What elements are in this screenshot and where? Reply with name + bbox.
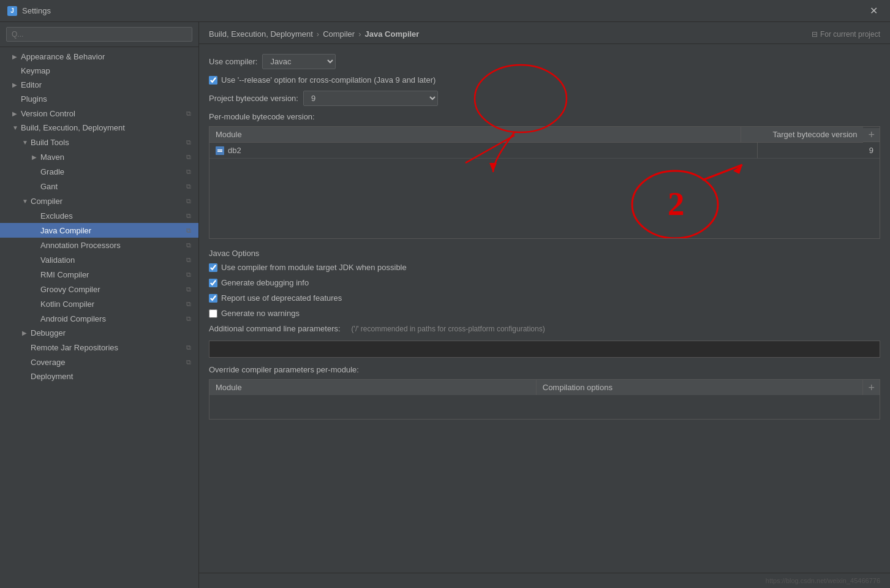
- title-bar: J Settings ✕: [0, 0, 890, 22]
- sidebar-item-appearance[interactable]: ▶ Appearance & Behavior: [0, 50, 198, 64]
- use-compiler-jdk-checkbox[interactable]: [209, 263, 217, 272]
- compiler-select[interactable]: Javac Eclipse Ajc: [262, 54, 336, 69]
- settings-window: J Settings ✕ ▶ Appearance & Behavior Key…: [0, 0, 890, 588]
- arrow-icon: ▶: [12, 110, 21, 117]
- sidebar-item-compiler[interactable]: ▼ Compiler ⧉: [0, 194, 198, 208]
- override-table: Module Compilation options +: [209, 379, 880, 420]
- svg-text:2: 2: [668, 185, 685, 222]
- sidebar-item-label: Version Control: [21, 109, 184, 118]
- copy-icon: ⧉: [184, 284, 194, 294]
- right-panel: Build, Execution, Deployment › Compiler …: [199, 22, 890, 588]
- release-option-label: Use '--release' option for cross-compila…: [221, 75, 436, 85]
- copy-icon: ⧉: [184, 181, 194, 191]
- sidebar-item-coverage[interactable]: Coverage ⧉: [0, 355, 198, 369]
- breadcrumb-part2: Compiler: [323, 29, 355, 39]
- bytecode-version-select[interactable]: 9 8 11: [303, 91, 438, 106]
- table-cell-module: db2: [209, 143, 757, 158]
- app-icon: J: [7, 6, 17, 16]
- copy-icon: ⧉: [184, 299, 194, 309]
- copy-icon: ⧉: [184, 196, 194, 206]
- sidebar-item-label: Annotation Processors: [40, 241, 184, 250]
- sidebar-item-remote-jar[interactable]: Remote Jar Repositories ⧉: [0, 340, 198, 355]
- override-header-options: Compilation options: [536, 380, 863, 395]
- sidebar-item-label: RMI Compiler: [40, 270, 184, 279]
- sidebar-item-debugger[interactable]: ▶ Debugger: [0, 326, 198, 340]
- sidebar-item-label: Validation: [40, 255, 184, 265]
- sidebar-item-label: Android Compilers: [40, 314, 184, 323]
- bottom-url: https://blog.csdn.net/weixin_45466776: [766, 577, 880, 584]
- sidebar-item-build-execution[interactable]: ▼ Build, Execution, Deployment: [0, 121, 198, 135]
- javac-options-title: Javac Options: [209, 249, 880, 258]
- right-panel-wrapper: Build, Execution, Deployment › Compiler …: [199, 22, 890, 588]
- copy-icon: ⧉: [184, 225, 194, 235]
- override-table-body: [209, 395, 880, 420]
- add-override-button[interactable]: +: [865, 382, 877, 393]
- no-warnings-label: Generate no warnings: [221, 309, 300, 318]
- release-option-row: Use '--release' option for cross-compila…: [209, 75, 880, 85]
- window-title: Settings: [22, 6, 51, 15]
- sidebar-item-label: Gant: [40, 182, 184, 191]
- sidebar-item-label: Java Compiler: [40, 226, 184, 235]
- sidebar-item-deployment[interactable]: Deployment: [0, 369, 198, 383]
- sidebar-item-editor[interactable]: ▶ Editor: [0, 78, 198, 92]
- sidebar-item-java-compiler[interactable]: Java Compiler ⧉: [0, 223, 198, 238]
- arrow-icon: ▶: [12, 81, 21, 88]
- deprecated-row: Report use of deprecated features: [209, 293, 880, 303]
- sidebar-item-label: Build Tools: [31, 138, 184, 147]
- sidebar-item-annotation-processors[interactable]: Annotation Processors ⧉: [0, 238, 198, 252]
- breadcrumb-part3: Java Compiler: [365, 29, 420, 39]
- sidebar-item-android-compilers[interactable]: Android Compilers ⧉: [0, 311, 198, 326]
- add-module-button[interactable]: +: [865, 129, 877, 140]
- release-option-checkbox[interactable]: [209, 76, 217, 85]
- sidebar-item-kotlin-compiler[interactable]: Kotlin Compiler ⧉: [0, 296, 198, 311]
- copy-icon: ⧉: [184, 270, 194, 279]
- copy-icon: ⧉: [184, 342, 194, 352]
- sidebar-item-label: Editor: [21, 80, 194, 89]
- arrow-icon: ▶: [22, 330, 31, 336]
- bytecode-version-label: Project bytecode version:: [209, 94, 298, 103]
- use-compiler-row: Use compiler: Javac Eclipse Ajc: [209, 54, 880, 69]
- override-table-header: Module Compilation options: [209, 379, 863, 395]
- sidebar-item-gant[interactable]: Gant ⧉: [0, 179, 198, 194]
- panel-content: Use compiler: Javac Eclipse Ajc Use '--r…: [199, 44, 890, 573]
- use-compiler-jdk-label: Use compiler from module target JDK when…: [221, 263, 407, 272]
- sidebar-item-keymap[interactable]: Keymap: [0, 64, 198, 78]
- copy-icon: ⧉: [184, 240, 194, 250]
- for-current-project: ⊟ For current project: [812, 30, 880, 39]
- sidebar-item-version-control[interactable]: ▶ Version Control ⧉: [0, 106, 198, 121]
- table-row: db2 9: [209, 143, 880, 159]
- cmd-params-label: Additional command line parameters:: [209, 324, 341, 333]
- javac-options-section: Javac Options Use compiler from module t…: [209, 249, 880, 420]
- deprecated-checkbox[interactable]: [209, 294, 217, 303]
- table-header-module: Module: [209, 127, 741, 142]
- use-compiler-label: Use compiler:: [209, 57, 257, 66]
- no-warnings-row: Generate no warnings: [209, 309, 880, 318]
- sidebar-item-plugins[interactable]: Plugins: [0, 92, 198, 106]
- close-button[interactable]: ✕: [865, 2, 883, 19]
- svg-rect-0: [216, 147, 224, 154]
- sidebar-item-build-tools[interactable]: ▼ Build Tools ⧉: [0, 135, 198, 149]
- sidebar-tree: ▶ Appearance & Behavior Keymap ▶ Editor …: [0, 47, 198, 588]
- sidebar-item-validation[interactable]: Validation ⧉: [0, 252, 198, 267]
- no-warnings-checkbox[interactable]: [209, 309, 217, 318]
- sidebar-item-excludes[interactable]: Excludes ⧉: [0, 208, 198, 223]
- module-table: Module Target bytecode version +: [209, 126, 880, 239]
- sidebar-item-groovy-compiler[interactable]: Groovy Compiler ⧉: [0, 282, 198, 296]
- search-input[interactable]: [6, 27, 192, 42]
- svg-point-3: [632, 171, 718, 238]
- sidebar-item-rmi-compiler[interactable]: RMI Compiler ⧉: [0, 267, 198, 282]
- cmd-params-input[interactable]: [209, 341, 880, 358]
- bytecode-version-row: Project bytecode version: 9 8 11: [209, 91, 880, 106]
- search-box: [0, 22, 198, 47]
- sidebar-item-maven[interactable]: ▶ Maven ⧉: [0, 149, 198, 164]
- override-header-module: Module: [209, 380, 536, 395]
- sidebar-item-gradle[interactable]: Gradle ⧉: [0, 164, 198, 179]
- sidebar-item-label: Appearance & Behavior: [21, 52, 194, 61]
- override-table-header-wrapper: Module Compilation options +: [209, 379, 880, 395]
- sidebar-item-label: Gradle: [40, 167, 184, 176]
- copy-icon: ⧉: [184, 357, 194, 367]
- sidebar-item-label: Deployment: [31, 372, 194, 381]
- sidebar-item-label: Keymap: [21, 66, 194, 75]
- copy-icon: ⧉: [184, 255, 194, 265]
- generate-debug-checkbox[interactable]: [209, 279, 217, 287]
